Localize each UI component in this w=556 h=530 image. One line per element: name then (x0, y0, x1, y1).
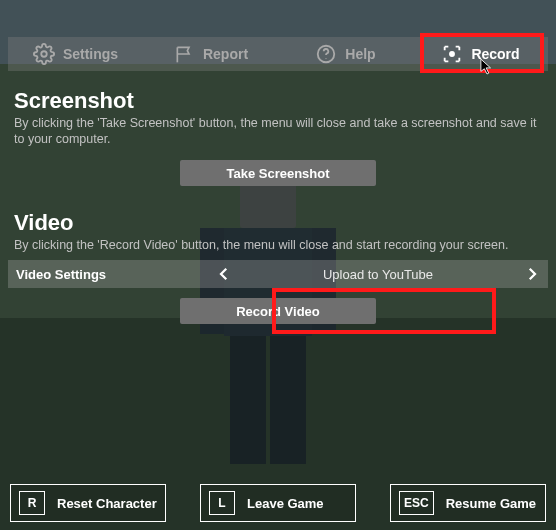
resume-game-button[interactable]: ESC Resume Game (390, 484, 546, 522)
help-icon (315, 43, 337, 65)
record-video-button[interactable]: Record Video (180, 298, 376, 324)
tab-report[interactable]: Report (143, 37, 278, 71)
top-tab-bar: Settings Report Help (8, 37, 548, 71)
leave-game-button[interactable]: L Leave Game (200, 484, 356, 522)
svg-point-3 (449, 51, 455, 57)
record-icon (441, 43, 463, 65)
video-settings-prev[interactable] (214, 264, 234, 284)
tab-help[interactable]: Help (278, 37, 413, 71)
svg-point-2 (326, 58, 327, 59)
keycap-esc: ESC (399, 491, 434, 515)
take-screenshot-label: Take Screenshot (226, 166, 329, 181)
reset-character-label: Reset Character (57, 496, 157, 511)
flag-icon (173, 43, 195, 65)
section-screenshot: Screenshot By clicking the 'Take Screens… (14, 88, 542, 147)
keycap-l: L (209, 491, 235, 515)
leave-game-label: Leave Game (247, 496, 324, 511)
section-video: Video By clicking the 'Record Video' but… (14, 210, 542, 254)
tab-report-label: Report (203, 46, 248, 62)
video-description: By clicking the 'Record Video' button, t… (14, 238, 542, 254)
screenshot-description: By clicking the 'Take Screenshot' button… (14, 116, 542, 147)
video-settings-selector: Upload to YouTube (208, 264, 548, 284)
reset-character-button[interactable]: R Reset Character (10, 484, 166, 522)
screenshot-title: Screenshot (14, 88, 542, 114)
video-settings-next[interactable] (522, 264, 542, 284)
video-settings-label: Video Settings (8, 267, 208, 282)
record-video-label: Record Video (236, 304, 320, 319)
video-title: Video (14, 210, 542, 236)
tab-settings[interactable]: Settings (8, 37, 143, 71)
tab-help-label: Help (345, 46, 375, 62)
gear-icon (33, 43, 55, 65)
video-settings-row: Video Settings Upload to YouTube (8, 260, 548, 288)
keycap-r: R (19, 491, 45, 515)
bottom-button-bar: R Reset Character L Leave Game ESC Resum… (10, 484, 546, 522)
video-settings-value: Upload to YouTube (234, 267, 522, 282)
svg-point-0 (41, 51, 47, 57)
resume-game-label: Resume Game (446, 496, 536, 511)
tab-record-label: Record (471, 46, 519, 62)
tab-settings-label: Settings (63, 46, 118, 62)
take-screenshot-button[interactable]: Take Screenshot (180, 160, 376, 186)
tab-record[interactable]: Record (413, 37, 548, 71)
